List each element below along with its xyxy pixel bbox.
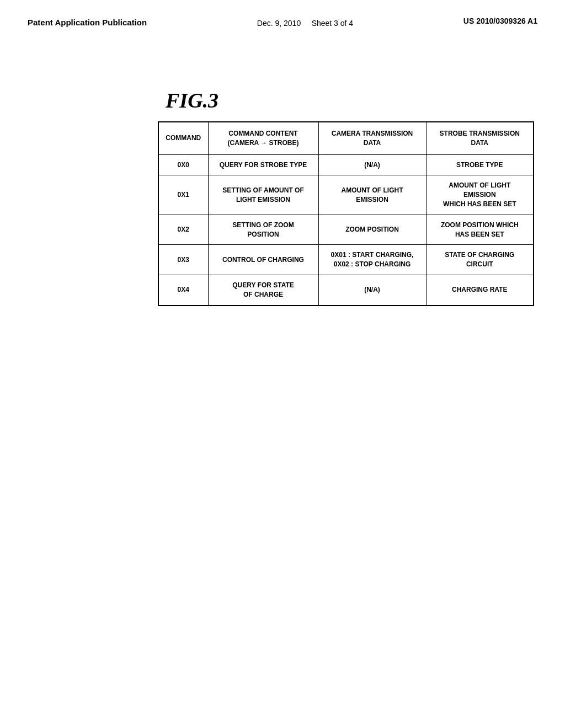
cell-camera-1: AMOUNT OF LIGHTEMISSION [318, 175, 426, 215]
cell-strobe-2: ZOOM POSITION WHICHHAS BEEN SET [426, 215, 534, 245]
table-header-row: COMMAND COMMAND CONTENT(CAMERA → STROBE)… [158, 122, 534, 154]
date-sheet: Dec. 9, 2010 Sheet 3 of 4 [257, 17, 353, 28]
cell-camera-2: ZOOM POSITION [318, 215, 426, 245]
cell-camera-0: (N/A) [318, 154, 426, 175]
command-table: COMMAND COMMAND CONTENT(CAMERA → STROBE)… [158, 121, 534, 306]
col-header-command: COMMAND [158, 122, 208, 154]
cell-command-3: 0x3 [158, 245, 208, 275]
cell-command-4: 0x4 [158, 275, 208, 305]
cell-strobe-0: STROBE TYPE [426, 154, 534, 175]
cell-content-1: SETTING OF AMOUNT OFLIGHT EMISSION [208, 175, 318, 215]
publication-label: Patent Application Publication [28, 17, 147, 28]
cell-strobe-4: CHARGING RATE [426, 275, 534, 305]
cell-strobe-1: AMOUNT OF LIGHT EMISSIONWHICH HAS BEEN S… [426, 175, 534, 215]
col-header-command-content: COMMAND CONTENT(CAMERA → STROBE) [208, 122, 318, 154]
cell-content-4: QUERY FOR STATEOF CHARGE [208, 275, 318, 305]
table-row: 0x4 QUERY FOR STATEOF CHARGE (N/A) CHARG… [158, 275, 534, 305]
table-row: 0x0 QUERY FOR STROBE TYPE (N/A) STROBE T… [158, 154, 534, 175]
cell-content-0: QUERY FOR STROBE TYPE [208, 154, 318, 175]
cell-content-2: SETTING OF ZOOMPOSITION [208, 215, 318, 245]
col-header-strobe: STROBE TRANSMISSION DATA [426, 122, 534, 154]
data-table-container: COMMAND COMMAND CONTENT(CAMERA → STROBE)… [154, 77, 537, 306]
table-row: 0x3 CONTROL OF CHARGING 0x01 : START CHA… [158, 245, 534, 275]
cell-camera-3: 0x01 : START CHARGING,0x02 : STOP CHARGI… [318, 245, 426, 275]
page-header: Patent Application Publication Dec. 9, 2… [0, 0, 565, 28]
sheet-info: Sheet 3 of 4 [312, 19, 354, 28]
cell-command-1: 0x1 [158, 175, 208, 215]
cell-command-2: 0x2 [158, 215, 208, 245]
publication-date: Dec. 9, 2010 [257, 19, 301, 28]
table-row: 0x2 SETTING OF ZOOMPOSITION ZOOM POSITIO… [158, 215, 534, 245]
patent-number: US 2010/0309326 A1 [463, 17, 537, 25]
cell-strobe-3: STATE OF CHARGINGCIRCUIT [426, 245, 534, 275]
cell-content-3: CONTROL OF CHARGING [208, 245, 318, 275]
col-header-camera: CAMERA TRANSMISSION DATA [318, 122, 426, 154]
table-body: 0x0 QUERY FOR STROBE TYPE (N/A) STROBE T… [158, 154, 534, 305]
table-row: 0x1 SETTING OF AMOUNT OFLIGHT EMISSION A… [158, 175, 534, 215]
cell-camera-4: (N/A) [318, 275, 426, 305]
cell-command-0: 0x0 [158, 154, 208, 175]
